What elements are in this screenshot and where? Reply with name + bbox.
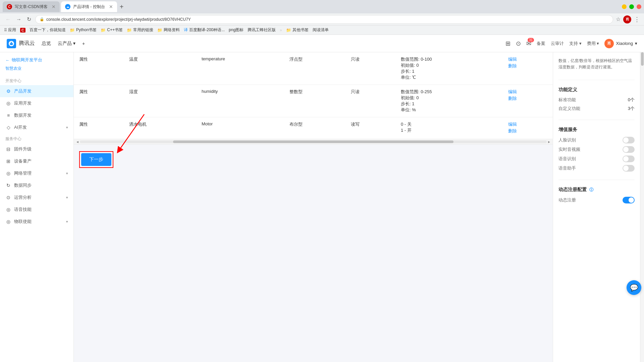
row1-edit-link[interactable]: 编辑 <box>508 56 547 62</box>
tab-csdn[interactable]: C 写文章-CSDN博客 ✕ <box>3 1 60 12</box>
chat-fab-button[interactable]: 💬 <box>627 280 641 295</box>
browser-user-avatar: 肖 <box>623 15 631 23</box>
sidebar-produce-label: 设备量产 <box>14 158 32 164</box>
sidebar-subtitle: 智慧农业 <box>0 66 73 75</box>
sidebar-item-data-sync[interactable]: ↻ 数据同步 <box>0 179 73 191</box>
browser-more-button[interactable]: ⋮ <box>634 16 640 23</box>
sidebar-item-ai-dev[interactable]: ◇ AI开发 ▾ <box>0 121 73 133</box>
right-panel: 数值，亿度/数倍等，根据种植区的空气温湿度数据，判断是否进行灌溉。 功能定义 标… <box>553 52 640 362</box>
sidebar-item-ops[interactable]: ⊙ 运营分析 ▾ <box>0 191 73 203</box>
dynamic-reg-toggle[interactable] <box>623 197 635 203</box>
rp-standard-count: 0个 <box>628 97 635 103</box>
message-badge: 31 <box>528 38 534 42</box>
help-icon[interactable]: ⊙ <box>516 40 521 47</box>
bookmarks-bar: ⠿ 应用 C 百度一下，你就知道 📁 Python书签 📁 C++书签 📁 常用… <box>0 25 644 35</box>
close-button[interactable] <box>637 4 641 9</box>
folder-icon-others: 📁 <box>286 28 291 33</box>
bookmark-links[interactable]: 📁 常用的链接 <box>127 27 153 33</box>
row3-constraint: 0 - 关 1 - 开 <box>395 117 503 139</box>
bookmarks-more[interactable]: » <box>280 28 282 33</box>
sidebar-item-iot[interactable]: ◎ 物联使能 ▾ <box>0 216 73 228</box>
scrollbar-track[interactable] <box>80 140 547 143</box>
bookmark-reading[interactable]: 阅读清单 <box>313 27 329 33</box>
chevron-down-icon-3: ▾ <box>66 195 68 200</box>
sidebar-iot-label: 物联使能 <box>14 219 32 225</box>
sidebar-sync-label: 数据同步 <box>14 182 32 188</box>
bookmark-others[interactable]: 📁 其他书签 <box>286 27 309 33</box>
info-icon[interactable]: ⓘ <box>589 187 593 192</box>
message-icon[interactable]: ✉ 31 <box>526 40 531 47</box>
bookmark-python[interactable]: 📁 Python书签 <box>70 27 97 33</box>
links-label: 常用的链接 <box>133 27 153 33</box>
main-layout: ← 物联网开发平台 智慧农业 开发中心 ⚙ 产品开发 ◎ 应用开发 ≡ 数据开发… <box>0 52 644 362</box>
bee-label: 腾讯工蜂社区版 <box>248 27 276 33</box>
next-step-button[interactable]: 下一步 <box>81 153 111 166</box>
sidebar-item-product-dev[interactable]: ⚙ 产品开发 <box>0 85 73 97</box>
tc-nav-add[interactable]: + <box>82 41 85 46</box>
row3-type: 属性 <box>74 117 124 139</box>
baidu-label: 百度一下，你就知道 <box>30 27 66 33</box>
rp-function-title: 功能定义 <box>558 87 635 93</box>
gear-icon: ⚙ <box>5 88 11 94</box>
right-scrollbar[interactable] <box>640 52 644 362</box>
sidebar-item-mass-produce[interactable]: ⊞ 设备量产 <box>0 155 73 167</box>
beian-link[interactable]: 备案 <box>537 41 545 47</box>
tab-tencent-label: 产品详情 - 控制台 <box>73 4 105 10</box>
face-recognition-toggle[interactable] <box>623 137 635 143</box>
row2-actions: 编辑 删除 <box>503 85 553 117</box>
reload-button[interactable]: ↻ <box>25 15 33 24</box>
sidebar-item-data-dev[interactable]: ≡ 数据开发 <box>0 109 73 121</box>
row3-edit-link[interactable]: 编辑 <box>508 121 547 127</box>
tc-nav-products[interactable]: 云产品 ▾ <box>58 41 75 47</box>
rp-dynamic-reg-label: 动态注册 <box>558 197 576 203</box>
apps-grid-icon[interactable]: ⊞ <box>505 40 511 47</box>
tc-logo[interactable]: 腾讯云 <box>7 39 35 48</box>
row1-delete-link[interactable]: 删除 <box>508 63 547 69</box>
forward-button[interactable]: → <box>15 15 23 24</box>
sidebar-item-network[interactable]: ◎ 网络管理 ▾ <box>0 167 73 179</box>
back-button[interactable]: ← <box>4 15 12 24</box>
row3-delete-link[interactable]: 删除 <box>508 128 547 134</box>
bookmark-tencent-bee[interactable]: 腾讯工蜂社区版 <box>248 27 276 33</box>
row2-edit-link[interactable]: 编辑 <box>508 89 547 95</box>
url-bar[interactable]: 🔒 console.cloud.tencent.com/iotexplorer/… <box>35 15 613 24</box>
scroll-left-icon[interactable]: ◂ <box>75 139 80 144</box>
sidebar-back-button[interactable]: ← 物联网开发平台 <box>0 52 73 66</box>
table-row: 属性 洒水电机 Motor 布尔型 读写 0 - 关 1 - 开 编辑 删除 <box>74 117 553 139</box>
bookmark-baidu[interactable]: 百度一下，你就知道 <box>30 27 66 33</box>
voice-recognition-toggle[interactable] <box>623 156 635 162</box>
translate-label: 百度翻译-200种语... <box>189 27 225 33</box>
bookmark-network[interactable]: 📁 网络资料 <box>157 27 180 33</box>
lock-icon: 🔒 <box>40 17 44 21</box>
sidebar-ai-dev-label: AI开发 <box>14 124 27 130</box>
chevron-down-icon: ▾ <box>66 125 68 130</box>
rp-video-row: 实时音视频 <box>558 146 635 153</box>
sidebar-item-firmware[interactable]: ⊟ 固件升级 <box>0 143 73 155</box>
row3-actions: 编辑 删除 <box>503 117 553 139</box>
voice-assistant-toggle[interactable] <box>623 165 635 172</box>
row2-delete-link[interactable]: 删除 <box>508 96 547 102</box>
audit-link[interactable]: 云审计 <box>551 41 564 47</box>
bookmark-translate[interactable]: 译 百度翻译-200种语... <box>184 27 225 33</box>
apps-bookmark[interactable]: ⠿ 应用 <box>4 27 16 33</box>
bookmark-icon[interactable]: ☆ <box>616 16 621 22</box>
support-link[interactable]: 支持 ▾ <box>569 41 582 47</box>
bookmark-cpp[interactable]: 📁 C++书签 <box>101 27 123 33</box>
add-tab-button[interactable]: + <box>120 3 124 10</box>
tab-tencent[interactable]: ☁ 产品详情 - 控制台 ✕ <box>61 1 117 12</box>
bookmark-png[interactable]: png图标 <box>229 27 244 33</box>
row1-constraint: 数值范围: 0-100 初始值: 0 步长: 1 单位: ℃ <box>395 52 503 85</box>
tc-user[interactable]: 肖 Xiaolong ▾ <box>604 39 637 48</box>
maximize-button[interactable] <box>629 4 634 9</box>
tab-tencent-close[interactable]: ✕ <box>109 4 113 9</box>
fee-link[interactable]: 费用 ▾ <box>587 41 599 47</box>
minimize-button[interactable] <box>622 4 627 9</box>
tc-nav-overview[interactable]: 总览 <box>42 41 51 47</box>
horizontal-scrollbar[interactable]: ◂ ▸ <box>74 139 553 144</box>
sidebar-item-app-dev[interactable]: ◎ 应用开发 <box>0 97 73 109</box>
sidebar-item-voice[interactable]: ◎ 语音技能 <box>0 203 73 216</box>
scroll-right-icon[interactable]: ▸ <box>547 139 551 144</box>
video-toggle[interactable] <box>623 146 635 153</box>
bookmark-csdn[interactable]: C <box>20 28 25 33</box>
tab-csdn-close[interactable]: ✕ <box>52 4 56 9</box>
